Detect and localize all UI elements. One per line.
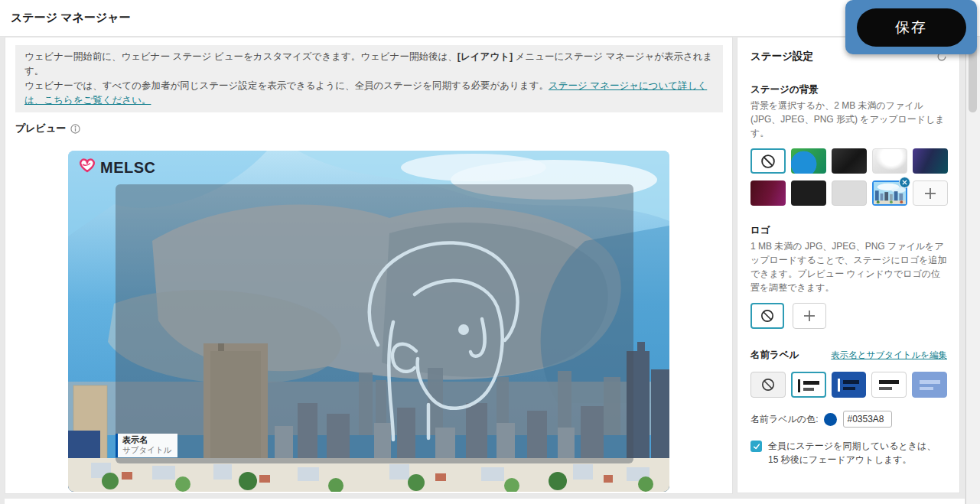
info-icon[interactable] xyxy=(70,124,80,134)
logo-text: MELSC xyxy=(100,159,156,177)
heart-logo-icon xyxy=(77,158,97,177)
background-thumb-none[interactable] xyxy=(750,148,786,174)
vertical-scrollbar[interactable] xyxy=(965,0,980,504)
top-bar: ステージ マネージャー xyxy=(0,0,980,37)
background-thumb-light-gray[interactable] xyxy=(832,180,867,206)
background-upload-button[interactable] xyxy=(913,180,948,206)
panel-title: ステージ設定 xyxy=(750,50,813,63)
background-thumb-light-silk[interactable] xyxy=(872,148,907,174)
label-style-none[interactable] xyxy=(750,372,786,398)
name-label-color-input[interactable] xyxy=(843,411,892,428)
page-title: ステージ マネージャー xyxy=(11,11,131,25)
label-style-light-left-bar-selected[interactable] xyxy=(791,372,826,398)
background-thumb-city-photo-selected[interactable] xyxy=(872,180,907,206)
check-icon xyxy=(753,443,760,450)
preview-name-label[interactable]: 表示名 サブタイトル xyxy=(116,434,177,457)
subtitle-text: サブタイトル xyxy=(122,445,171,455)
logo-upload-button[interactable] xyxy=(793,303,826,329)
logo-none-button[interactable] xyxy=(750,303,784,329)
avatar-face-outline-icon xyxy=(349,224,532,446)
background-description: 背景を選択するか、2 MB 未満のファイル (JPG、JPEG、PNG 形式) … xyxy=(750,99,947,140)
sync-checkbox-text: 全員にステージを同期しているときは、15 秒後にフェードアウトします。 xyxy=(768,439,944,467)
next-section-strip xyxy=(5,499,965,504)
sync-checkbox-checked[interactable] xyxy=(750,441,762,452)
background-thumb-black[interactable] xyxy=(791,180,826,206)
logo-description: 1 MB 未満の JPG、JPEG、PNG ファイルをアップロードすることで、ス… xyxy=(750,239,947,294)
name-label-heading: 名前ラベル xyxy=(750,349,799,362)
background-thumb-green-blue-gradient[interactable] xyxy=(791,148,826,174)
plus-icon xyxy=(923,187,937,200)
name-label-header: 名前ラベル 表示名とサブタイトルを編集 xyxy=(750,349,947,362)
close-icon xyxy=(902,180,907,185)
none-icon xyxy=(760,308,775,324)
banner-line-2: ウェビナーでは、すべての参加者が同じステージ設定を表示できるように、全員のステー… xyxy=(24,79,714,108)
name-label-styles xyxy=(750,372,947,398)
logo-heading: ロゴ xyxy=(750,224,947,237)
stage-preview-window[interactable]: 表示名 サブタイトル MELSC xyxy=(68,151,669,492)
name-label-color-label: 名前ラベルの色: xyxy=(750,413,818,426)
save-button-highlight: 保存 xyxy=(845,0,977,54)
logo-options xyxy=(750,303,947,329)
edit-display-name-link[interactable]: 表示名とサブタイトルを編集 xyxy=(831,350,947,361)
name-label-color-row: 名前ラベルの色: xyxy=(750,411,947,428)
none-icon xyxy=(760,377,776,392)
banner-line-1: ウェビナー開始前に、ウェビナー ステージ ビューをカスタマイズできます。ウェビナ… xyxy=(24,50,714,79)
background-thumbnails xyxy=(750,148,947,206)
display-name-text: 表示名 xyxy=(122,435,171,446)
video-placeholder-area[interactable]: 表示名 サブタイトル xyxy=(116,184,633,463)
stage-manager-page: ステージ マネージャー 保存 ウェビナー開始前に、ウェビナー ステージ ビューを… xyxy=(0,0,980,504)
save-button[interactable]: 保存 xyxy=(857,8,966,47)
label-style-plain-bars[interactable] xyxy=(871,372,907,398)
background-thumb-maroon-gradient[interactable] xyxy=(750,180,786,206)
none-icon xyxy=(760,153,777,170)
background-thumb-violet-teal-gradient[interactable] xyxy=(913,148,948,174)
background-thumb-dark-wave[interactable] xyxy=(832,148,867,174)
stage-logo[interactable]: MELSC xyxy=(77,158,156,177)
label-style-blue-filled[interactable] xyxy=(832,372,867,398)
remove-background-badge[interactable] xyxy=(899,177,910,188)
background-heading: ステージの背景 xyxy=(750,83,947,96)
info-banner: ウェビナー開始前に、ウェビナー ステージ ビューをカスタマイズできます。ウェビナ… xyxy=(15,45,723,112)
color-swatch[interactable] xyxy=(824,413,837,426)
stage-manager-main-card: ウェビナー開始前に、ウェビナー ステージ ビューをカスタマイズできます。ウェビナ… xyxy=(5,37,733,494)
label-style-light-blue-filled[interactable] xyxy=(912,372,947,398)
plus-icon xyxy=(803,309,816,323)
preview-heading: プレビュー xyxy=(15,122,732,135)
sync-fadeout-row: 全員にステージを同期しているときは、15 秒後にフェードアウトします。 xyxy=(750,439,947,467)
stage-settings-panel: ステージ設定 ステージの背景 背景を選択するか、2 MB 未満のファイル (JP… xyxy=(737,37,960,493)
